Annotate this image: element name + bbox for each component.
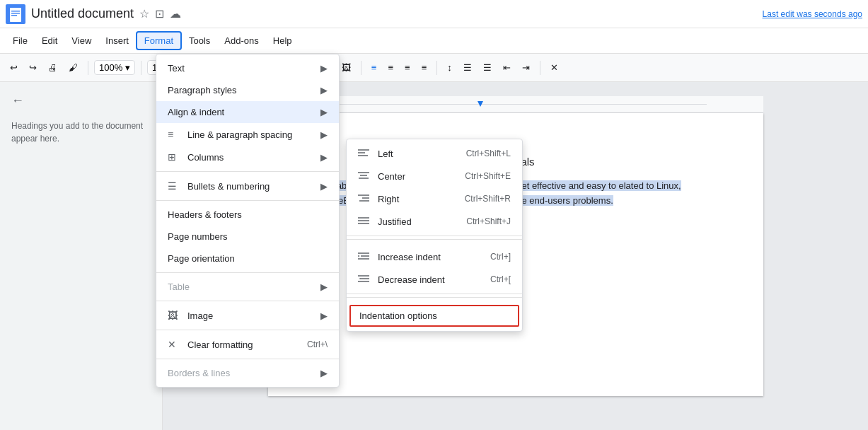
align-justify-button[interactable]: ≡ <box>417 59 432 76</box>
bullets-arrow-icon: ▶ <box>320 181 328 192</box>
text-arrow-icon: ▶ <box>320 63 328 74</box>
format-section-2: ☰ Bullets & numbering ▶ <box>156 172 339 201</box>
menu-tools[interactable]: Tools <box>182 33 217 49</box>
format-align-indent-item[interactable]: Align & indent ▶ <box>156 101 339 123</box>
line-spacing-label: Line & paragraph spacing <box>187 129 315 140</box>
sidebar-back-button[interactable]: ← <box>11 93 151 108</box>
menu-addons[interactable]: Add-ons <box>217 33 265 49</box>
star-icon[interactable]: ☆ <box>139 7 149 21</box>
align-left-button[interactable]: ≡ <box>367 59 381 76</box>
last-edit[interactable]: Last edit was seconds ago <box>763 9 862 19</box>
decrease-indent-toolbar[interactable]: ⇤ <box>499 59 515 76</box>
menu-help[interactable]: Help <box>266 33 299 49</box>
format-section-4: Table ▶ <box>156 273 339 301</box>
align-section-3: Indentation options <box>347 301 522 331</box>
align-indent-label: Align & indent <box>168 107 315 117</box>
menu-format[interactable]: Format <box>136 31 182 50</box>
align-center-icon <box>358 170 372 182</box>
menu-view[interactable]: View <box>64 33 98 49</box>
ruler <box>268 96 763 113</box>
line-spacing-icon: ≡ <box>168 129 182 140</box>
align-right-item[interactable]: Right Ctrl+Shift+R <box>347 187 522 210</box>
increase-indent-toolbar[interactable]: ⇥ <box>518 59 534 76</box>
format-line-spacing-item[interactable]: ≡ Line & paragraph spacing ▶ <box>156 123 339 146</box>
borders-arrow-icon: ▶ <box>320 368 328 378</box>
increase-indent-label: Increase indent <box>378 252 479 262</box>
format-bullets-item[interactable]: ☰ Bullets & numbering ▶ <box>156 175 339 197</box>
svg-marker-24 <box>359 278 361 279</box>
align-right-icon <box>358 193 372 204</box>
image-menu-icon: 🖼 <box>168 310 182 321</box>
format-columns-item[interactable]: ⊞ Columns ▶ <box>156 146 339 168</box>
decrease-indent-item[interactable]: Decrease indent Ctrl+[ <box>347 268 522 291</box>
line-spacing-button[interactable]: ↕ <box>443 59 456 76</box>
numbered-list-button[interactable]: ☰ <box>479 59 496 76</box>
align-center-label: Center <box>378 171 453 182</box>
format-text-label: Text <box>168 63 315 74</box>
format-menu: Text ▶ Paragraph styles ▶ Align & indent… <box>156 54 340 388</box>
separator-5 <box>361 61 361 75</box>
undo-button[interactable]: ↩ <box>6 59 22 76</box>
align-right-label: Right <box>378 194 453 204</box>
separator-7 <box>540 61 540 75</box>
cloud-icon[interactable]: ☁ <box>170 7 181 21</box>
indentation-options-item[interactable]: Indentation options <box>349 305 519 327</box>
align-center-button[interactable]: ≡ <box>383 59 398 76</box>
increase-indent-icon <box>358 251 372 262</box>
page-numbers-label: Page numbers <box>168 231 328 242</box>
align-divider-2 <box>347 297 522 298</box>
format-section-3: Headers & footers Page numbers Page orie… <box>156 201 339 273</box>
zoom-selector[interactable]: 100% ▾ <box>94 60 135 75</box>
format-paragraph-styles-item[interactable]: Paragraph styles ▶ <box>156 79 339 101</box>
format-section-7: Borders & lines ▶ <box>156 359 339 387</box>
align-section-1: Left Ctrl+Shift+L Center Ctrl+Shift+E Ri… <box>347 139 522 236</box>
align-right-shortcut: Ctrl+Shift+R <box>465 194 511 204</box>
menu-edit[interactable]: Edit <box>35 33 64 49</box>
align-center-item[interactable]: Center Ctrl+Shift+E <box>347 165 522 187</box>
print-button[interactable]: 🖨 <box>44 59 62 76</box>
sidebar: ← Headings you add to the document appea… <box>0 82 163 430</box>
bullets-label: Bullets & numbering <box>187 181 315 192</box>
decrease-indent-shortcut: Ctrl+[ <box>490 274 511 284</box>
format-text-item[interactable]: Text ▶ <box>156 57 339 79</box>
format-clear-item[interactable]: ✕ Clear formatting Ctrl+\ <box>156 333 339 356</box>
clear-format-button[interactable]: ✕ <box>546 59 562 76</box>
format-page-orientation-item[interactable]: Page orientation <box>156 248 339 269</box>
align-justify-label: Justified <box>378 216 455 227</box>
title-icons: ☆ ⊡ ☁ <box>139 7 181 21</box>
doc-title[interactable]: Untitled document <box>31 6 134 21</box>
format-section-6: ✕ Clear formatting Ctrl+\ <box>156 330 339 359</box>
decrease-indent-label: Decrease indent <box>378 274 479 285</box>
paint-format-button[interactable]: 🖌 <box>64 59 82 76</box>
menu-insert[interactable]: Insert <box>98 33 136 49</box>
format-page-numbers-item[interactable]: Page numbers <box>156 226 339 248</box>
bullet-list-button[interactable]: ☰ <box>459 59 476 76</box>
align-indent-arrow-icon: ▶ <box>320 107 328 117</box>
columns-icon: ⊞ <box>168 151 182 163</box>
redo-button[interactable]: ↪ <box>25 59 41 76</box>
align-submenu: Left Ctrl+Shift+L Center Ctrl+Shift+E Ri… <box>346 139 523 332</box>
doc-icon[interactable]: ⊡ <box>155 7 164 21</box>
table-label: Table <box>168 281 315 292</box>
menu-file[interactable]: File <box>6 33 35 49</box>
increase-indent-shortcut: Ctrl+] <box>490 252 511 262</box>
format-borders-item: Borders & lines ▶ <box>156 362 339 384</box>
align-right-button[interactable]: ≡ <box>400 59 415 76</box>
separator-6 <box>436 61 437 75</box>
sidebar-hint: Headings you add to the document appear … <box>11 120 151 145</box>
align-left-item[interactable]: Left Ctrl+Shift+L <box>347 142 522 165</box>
increase-indent-item[interactable]: Increase indent Ctrl+] <box>347 245 522 268</box>
format-section-1: Text ▶ Paragraph styles ▶ Align & indent… <box>156 54 339 172</box>
align-divider <box>347 239 522 240</box>
line-spacing-arrow-icon: ▶ <box>320 129 328 140</box>
image-button[interactable]: 🖼 <box>337 59 355 76</box>
align-center-shortcut: Ctrl+Shift+E <box>465 171 511 181</box>
clear-format-label: Clear formatting <box>187 339 296 350</box>
format-image-item[interactable]: 🖼 Image ▶ <box>156 304 339 327</box>
image-arrow-icon: ▶ <box>320 310 328 321</box>
svg-rect-4 <box>11 15 17 16</box>
align-justify-item[interactable]: Justified Ctrl+Shift+J <box>347 210 522 233</box>
format-section-5: 🖼 Image ▶ <box>156 301 339 330</box>
format-headers-item[interactable]: Headers & footers <box>156 204 339 226</box>
bullets-icon: ☰ <box>168 180 182 192</box>
